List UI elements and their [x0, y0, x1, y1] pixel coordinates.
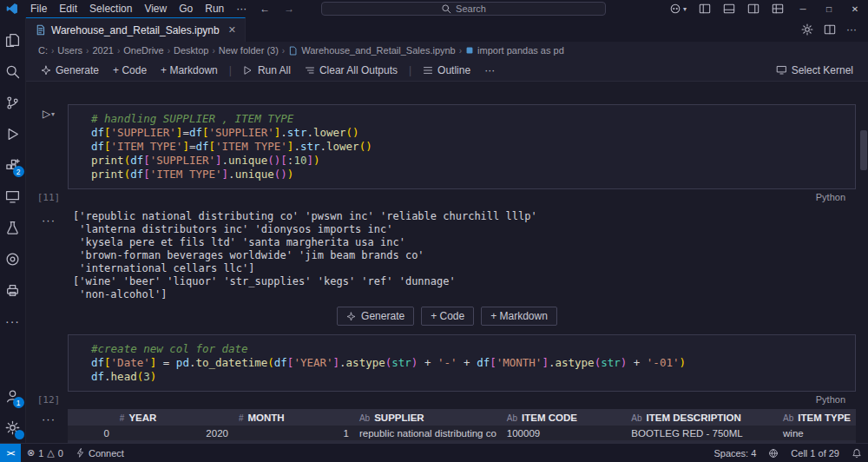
breadcrumb-users[interactable]: Users [57, 45, 82, 56]
close-button[interactable]: ✕ [842, 0, 868, 17]
table-cell: MOMENT DE PLAISIR - 750ML [626, 440, 778, 443]
settings-gear-icon[interactable] [0, 412, 26, 443]
cell-1-editor[interactable]: # handling SUPPLIER , ITEM TYPEdf['SUPPL… [68, 104, 856, 189]
breadcrumb-desktop[interactable]: Desktop [174, 45, 208, 56]
table-cell: 0 [68, 426, 115, 440]
problems-indicator[interactable]: ⊗1 △0 [21, 444, 69, 462]
breadcrumb-separator: › [116, 46, 121, 56]
menu-edit[interactable]: Edit [53, 1, 83, 16]
cell-language-picker[interactable]: Python [816, 192, 856, 202]
column-header-item-type[interactable]: AbITEM TYPE [778, 409, 856, 426]
breadcrumb-symbol[interactable]: import pandas as pd [465, 45, 564, 56]
breadcrumb-separator: › [85, 46, 89, 56]
outline-button[interactable]: Outline [417, 63, 477, 78]
breadcrumb-drive[interactable]: C: [38, 45, 48, 56]
search-sidebar-icon[interactable] [0, 56, 26, 87]
code-cell-1: ▷▾ # handling SUPPLIER , ITEM TYPEdf['SU… [30, 104, 856, 189]
split-editor-icon[interactable] [819, 23, 840, 36]
breadcrumb-2021[interactable]: 2021 [92, 45, 113, 56]
source-control-icon[interactable] [0, 87, 26, 118]
connect-plug-icon [76, 448, 85, 458]
add-markdown-cell-button[interactable]: + Markdown [155, 63, 224, 78]
column-header-supplier[interactable]: AbSUPPLIER [354, 409, 502, 426]
forward-icon[interactable]: → [277, 3, 301, 15]
insert-code-button[interactable]: + Code [421, 307, 474, 326]
toggle-sidebar-icon[interactable] [693, 3, 717, 15]
connect-label: Connect [89, 448, 124, 459]
run-options-chevron-icon[interactable]: ▾ [51, 110, 55, 118]
select-kernel-button[interactable]: Select Kernel [770, 63, 859, 78]
toggle-panel-icon[interactable] [717, 3, 741, 15]
more-editor-actions-icon[interactable]: ··· [842, 23, 861, 36]
back-icon[interactable]: ← [253, 3, 277, 15]
search-placeholder: Search [456, 3, 486, 14]
maximize-button[interactable]: □ [816, 0, 842, 17]
run-debug-icon[interactable] [0, 118, 26, 149]
insert-markdown-button[interactable]: + Markdown [481, 307, 557, 326]
remote-explorer-icon[interactable] [0, 181, 26, 212]
column-header-item-description[interactable]: AbITEM DESCRIPTION [626, 409, 778, 426]
copilot-icon[interactable]: ▾ [663, 3, 693, 15]
testing-icon[interactable] [0, 212, 26, 243]
code-line: df['ITEM TYPE']=df['ITEM TYPE'].str.lowe… [91, 140, 845, 154]
scrollbar-thumb[interactable] [860, 130, 867, 170]
dataframe-output: #YEAR#MONTHAbSUPPLIERAbITEM CODEAbITEM D… [68, 409, 856, 443]
table-cell: 1 [233, 426, 354, 440]
printer-icon[interactable] [0, 274, 26, 306]
notifications-bell-icon[interactable] [845, 444, 868, 462]
clear-all-outputs-button[interactable]: Clear All Outputs [299, 63, 404, 78]
cell-2-statusbar: [12] Python [30, 393, 856, 406]
output-options-icon[interactable]: ··· [42, 214, 56, 227]
breadcrumb-separator: › [211, 46, 215, 56]
column-header-item-code[interactable]: AbITEM CODE [502, 409, 626, 426]
menu-file[interactable]: File [24, 1, 53, 16]
run-cell-button[interactable]: ▷▾ [43, 108, 55, 120]
extensions-icon[interactable]: 2 [0, 149, 26, 181]
editor-settings-gear-icon[interactable] [797, 23, 818, 36]
tab-warehouse-notebook[interactable]: Warehouse_and_Retail_Sales.ipynb ✕ [26, 17, 246, 42]
breadcrumb-onedrive[interactable]: OneDrive [123, 45, 163, 56]
globe-icon[interactable] [762, 444, 785, 462]
output-line: ['republic national distributing co' 'pw… [73, 210, 537, 223]
cell-gutter [30, 334, 68, 392]
menu-view[interactable]: View [138, 1, 173, 16]
menu-run[interactable]: Run [199, 1, 230, 16]
cell-2-editor[interactable]: #create new col for datedf['Date'] = pd.… [68, 334, 856, 392]
string-column-icon: Ab [507, 413, 517, 423]
extension-circle-icon[interactable] [0, 243, 26, 274]
output-text: ['republic national distributing co' 'pw… [68, 210, 537, 301]
toggle-secondary-sidebar-icon[interactable] [741, 3, 766, 15]
more-toolbar-actions-icon[interactable]: ··· [478, 63, 501, 78]
accounts-icon[interactable]: 1 [0, 380, 26, 412]
column-header-year[interactable]: #YEAR [115, 409, 233, 426]
search-input[interactable]: Search [321, 2, 606, 16]
column-header-month[interactable]: #MONTH [233, 409, 354, 426]
scrollbar[interactable] [859, 82, 868, 443]
remote-indicator[interactable]: >< [0, 444, 21, 462]
customize-layout-icon[interactable] [766, 3, 790, 15]
add-code-cell-button[interactable]: + Code [107, 63, 153, 78]
more-actions-icon[interactable]: ··· [0, 306, 26, 337]
output-options-icon[interactable]: ··· [42, 412, 56, 426]
accounts-badge: 1 [13, 397, 24, 408]
column-label: YEAR [128, 412, 156, 423]
tab-close-icon[interactable]: ✕ [228, 24, 236, 36]
settings-badge [15, 430, 24, 439]
menu-overflow[interactable]: ··· [230, 1, 253, 16]
connect-button[interactable]: Connect [69, 444, 130, 462]
column-header-index[interactable] [68, 409, 115, 426]
run-all-icon [243, 65, 253, 76]
breadcrumb-file[interactable]: Warehouse_and_Retail_Sales.ipynb [288, 45, 456, 56]
generate-button[interactable]: Generate [35, 63, 105, 78]
explorer-icon[interactable] [0, 24, 26, 56]
menu-go[interactable]: Go [173, 1, 199, 16]
code-cell-2: #create new col for datedf['Date'] = pd.… [30, 334, 856, 392]
insert-generate-button[interactable]: Generate [337, 307, 414, 326]
indent-indicator[interactable]: Spaces: 4 [707, 444, 762, 462]
minimize-button[interactable]: ─ [790, 0, 816, 17]
menu-selection[interactable]: Selection [83, 1, 138, 16]
cell-position-indicator[interactable]: Cell 1 of 29 [785, 444, 845, 462]
breadcrumb-new-folder[interactable]: New folder (3) [219, 45, 279, 56]
run-all-button[interactable]: Run All [237, 63, 297, 78]
cell-language-picker[interactable]: Python [816, 394, 856, 405]
